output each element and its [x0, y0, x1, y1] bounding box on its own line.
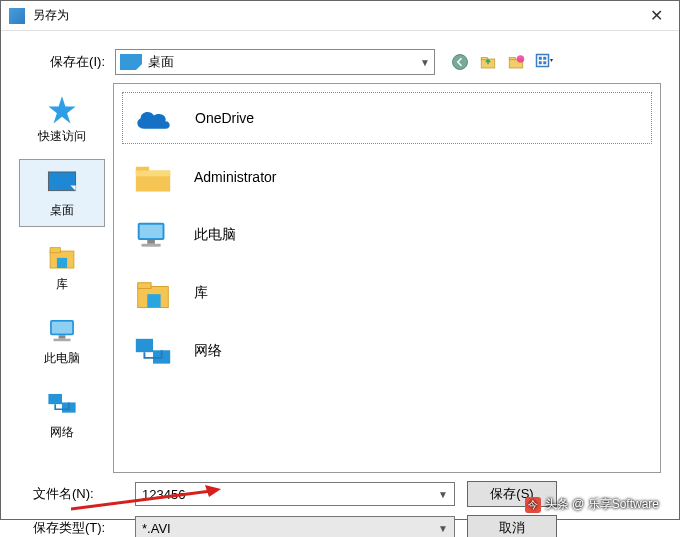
filetype-row: 保存类型(T): *.AVI ▼ 取消: [15, 515, 665, 537]
svg-rect-19: [54, 338, 71, 341]
svg-rect-4: [509, 58, 515, 60]
watermark-text: 头条 @ 乐享Software: [545, 496, 659, 513]
svg-point-5: [517, 55, 525, 63]
svg-rect-11: [48, 171, 75, 190]
svg-rect-8: [543, 57, 546, 60]
toolbar-icons: [449, 51, 555, 73]
svg-rect-14: [50, 247, 60, 252]
sidebar-item-quickaccess[interactable]: 快速访问: [19, 85, 105, 153]
savein-row: 保存在(I): 桌面 ▼: [15, 49, 665, 75]
libraries-icon: [132, 276, 174, 310]
svg-rect-31: [147, 294, 160, 307]
sidebar-item-label: 库: [56, 276, 68, 293]
sidebar-item-thispc[interactable]: 此电脑: [19, 307, 105, 375]
list-item[interactable]: 网络: [122, 326, 652, 376]
filename-value: 123456: [142, 487, 185, 502]
list-item-label: Administrator: [194, 169, 276, 185]
filetype-dropdown[interactable]: *.AVI ▼: [135, 516, 455, 537]
filename-label: 文件名(N):: [15, 485, 135, 503]
pc-icon: [45, 316, 79, 346]
back-icon[interactable]: [449, 51, 471, 73]
sidebar-item-label: 桌面: [50, 202, 74, 219]
svg-rect-32: [136, 339, 153, 352]
onedrive-icon: [133, 101, 175, 135]
svg-rect-26: [140, 224, 163, 237]
cancel-button[interactable]: 取消: [467, 515, 557, 537]
network-icon: [132, 334, 174, 368]
svg-rect-28: [142, 244, 161, 247]
close-button[interactable]: ✕: [633, 1, 679, 31]
desktop-icon: [120, 54, 142, 70]
svg-rect-18: [59, 335, 66, 338]
filetype-label: 保存类型(T):: [15, 519, 135, 537]
save-as-dialog: 另存为 ✕ 保存在(I): 桌面 ▼: [0, 0, 680, 520]
desktop-icon: [45, 168, 79, 198]
network-icon: [45, 390, 79, 420]
sidebar-item-desktop[interactable]: 桌面: [19, 159, 105, 227]
svg-rect-17: [52, 321, 72, 333]
svg-rect-2: [481, 58, 487, 60]
svg-rect-20: [48, 393, 62, 403]
svg-point-0: [453, 55, 468, 70]
list-item-label: 库: [194, 284, 208, 302]
view-menu-icon[interactable]: [533, 51, 555, 73]
sidebar-item-label: 快速访问: [38, 128, 86, 145]
app-icon: [9, 8, 25, 24]
file-list[interactable]: OneDrive Administrator 此电脑: [113, 83, 661, 473]
watermark-icon: 今: [525, 497, 541, 513]
main-area: 快速访问 桌面 库 此电脑 网络: [15, 83, 665, 473]
content: 保存在(I): 桌面 ▼: [1, 31, 679, 537]
list-item-label: 此电脑: [194, 226, 236, 244]
svg-rect-6: [537, 55, 549, 67]
sidebar-item-network[interactable]: 网络: [19, 381, 105, 449]
location-text: 桌面: [148, 53, 420, 71]
chevron-down-icon: ▼: [438, 523, 448, 534]
new-folder-icon[interactable]: [505, 51, 527, 73]
filetype-value: *.AVI: [142, 521, 171, 536]
savein-label: 保存在(I):: [15, 53, 115, 71]
list-item[interactable]: 库: [122, 268, 652, 318]
location-dropdown[interactable]: 桌面 ▼: [115, 49, 435, 75]
svg-rect-7: [539, 57, 542, 60]
watermark: 今 头条 @ 乐享Software: [525, 496, 659, 513]
places-sidebar: 快速访问 桌面 库 此电脑 网络: [15, 83, 109, 473]
chevron-down-icon: ▼: [438, 489, 448, 500]
titlebar: 另存为 ✕: [1, 1, 679, 31]
svg-rect-9: [539, 61, 542, 64]
sidebar-item-label: 网络: [50, 424, 74, 441]
sidebar-item-label: 此电脑: [44, 350, 80, 367]
folder-user-icon: [132, 160, 174, 194]
list-item-label: 网络: [194, 342, 222, 360]
pc-icon: [132, 218, 174, 252]
chevron-down-icon: ▼: [420, 57, 430, 68]
svg-rect-10: [543, 61, 546, 64]
list-item[interactable]: OneDrive: [122, 92, 652, 144]
window-title: 另存为: [33, 7, 633, 24]
up-level-icon[interactable]: [477, 51, 499, 73]
filename-input[interactable]: 123456 ▼: [135, 482, 455, 506]
sidebar-item-libraries[interactable]: 库: [19, 233, 105, 301]
list-item-label: OneDrive: [195, 110, 254, 126]
svg-rect-30: [138, 282, 151, 288]
list-item[interactable]: 此电脑: [122, 210, 652, 260]
svg-rect-27: [147, 240, 155, 244]
libraries-icon: [45, 242, 79, 272]
svg-rect-24: [136, 170, 170, 176]
svg-rect-15: [57, 257, 67, 267]
list-item[interactable]: Administrator: [122, 152, 652, 202]
quickaccess-icon: [45, 94, 79, 124]
